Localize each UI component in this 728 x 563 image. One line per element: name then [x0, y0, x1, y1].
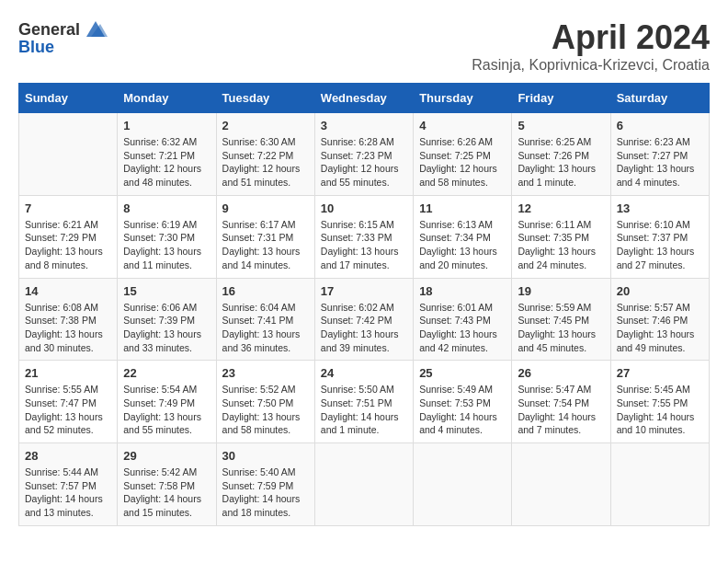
logo-general-text: General [18, 20, 80, 40]
day-info: Sunrise: 5:44 AM Sunset: 7:57 PM Dayligh… [25, 465, 111, 520]
day-number: 16 [222, 284, 309, 298]
day-info: Sunrise: 5:40 AM Sunset: 7:59 PM Dayligh… [222, 465, 309, 520]
calendar-cell: 19Sunrise: 5:59 AM Sunset: 7:45 PM Dayli… [512, 278, 610, 361]
day-info: Sunrise: 6:25 AM Sunset: 7:26 PM Dayligh… [518, 135, 604, 190]
day-info: Sunrise: 6:28 AM Sunset: 7:23 PM Dayligh… [321, 135, 407, 190]
calendar-title: April 2024 [472, 18, 710, 57]
calendar-cell: 29Sunrise: 5:42 AM Sunset: 7:58 PM Dayli… [118, 443, 216, 526]
day-number: 12 [518, 201, 604, 215]
day-number: 13 [617, 201, 703, 215]
calendar-week-row: 7Sunrise: 6:21 AM Sunset: 7:29 PM Daylig… [19, 195, 710, 278]
calendar-cell: 17Sunrise: 6:02 AM Sunset: 7:42 PM Dayli… [314, 278, 413, 361]
calendar-cell [610, 443, 709, 526]
calendar-week-row: 21Sunrise: 5:55 AM Sunset: 7:47 PM Dayli… [19, 361, 710, 443]
day-info: Sunrise: 5:47 AM Sunset: 7:54 PM Dayligh… [518, 383, 604, 437]
day-info: Sunrise: 5:54 AM Sunset: 7:49 PM Dayligh… [123, 383, 210, 437]
calendar-cell: 10Sunrise: 6:15 AM Sunset: 7:33 PM Dayli… [314, 195, 413, 278]
day-info: Sunrise: 5:59 AM Sunset: 7:45 PM Dayligh… [518, 301, 604, 355]
calendar-cell: 7Sunrise: 6:21 AM Sunset: 7:29 PM Daylig… [19, 195, 118, 278]
day-number: 18 [419, 284, 506, 298]
day-number: 11 [419, 201, 506, 215]
day-number: 2 [222, 119, 309, 132]
day-info: Sunrise: 6:02 AM Sunset: 7:42 PM Dayligh… [321, 301, 407, 355]
day-info: Sunrise: 6:01 AM Sunset: 7:43 PM Dayligh… [419, 301, 506, 355]
calendar-subtitle: Rasinja, Koprivnica-Krizevci, Croatia [472, 57, 710, 74]
day-info: Sunrise: 6:13 AM Sunset: 7:34 PM Dayligh… [419, 218, 506, 272]
day-number: 5 [518, 119, 604, 132]
day-number: 17 [321, 284, 407, 298]
day-info: Sunrise: 6:23 AM Sunset: 7:27 PM Dayligh… [617, 135, 703, 190]
day-number: 15 [123, 284, 210, 298]
calendar-cell: 23Sunrise: 5:52 AM Sunset: 7:50 PM Dayli… [216, 361, 314, 443]
calendar-cell: 5Sunrise: 6:25 AM Sunset: 7:26 PM Daylig… [512, 113, 610, 196]
calendar-cell: 30Sunrise: 5:40 AM Sunset: 7:59 PM Dayli… [216, 443, 314, 526]
day-number: 27 [617, 366, 703, 380]
calendar-cell: 27Sunrise: 5:45 AM Sunset: 7:55 PM Dayli… [610, 361, 709, 443]
day-info: Sunrise: 6:04 AM Sunset: 7:41 PM Dayligh… [222, 301, 309, 355]
day-number: 6 [617, 119, 703, 132]
day-info: Sunrise: 5:45 AM Sunset: 7:55 PM Dayligh… [617, 383, 703, 437]
calendar-week-row: 1Sunrise: 6:32 AM Sunset: 7:21 PM Daylig… [19, 113, 710, 196]
calendar-cell: 25Sunrise: 5:49 AM Sunset: 7:53 PM Dayli… [414, 361, 512, 443]
calendar-cell [19, 113, 118, 196]
calendar-cell: 15Sunrise: 6:06 AM Sunset: 7:39 PM Dayli… [118, 278, 216, 361]
day-number: 9 [222, 201, 309, 215]
day-number: 21 [25, 366, 111, 380]
calendar-table: SundayMondayTuesdayWednesdayThursdayFrid… [18, 83, 710, 526]
day-number: 8 [123, 201, 210, 215]
day-info: Sunrise: 5:57 AM Sunset: 7:46 PM Dayligh… [617, 301, 703, 355]
day-info: Sunrise: 5:49 AM Sunset: 7:53 PM Dayligh… [419, 383, 506, 437]
day-info: Sunrise: 5:52 AM Sunset: 7:50 PM Dayligh… [222, 383, 309, 437]
day-number: 4 [419, 119, 506, 132]
calendar-cell: 18Sunrise: 6:01 AM Sunset: 7:43 PM Dayli… [414, 278, 512, 361]
day-number: 29 [123, 449, 210, 463]
day-header-thursday: Thursday [414, 84, 512, 113]
day-number: 28 [25, 449, 111, 463]
day-number: 1 [123, 119, 210, 132]
day-number: 20 [617, 284, 703, 298]
day-info: Sunrise: 6:08 AM Sunset: 7:38 PM Dayligh… [25, 301, 111, 355]
day-header-tuesday: Tuesday [216, 84, 314, 113]
calendar-cell [512, 443, 610, 526]
calendar-cell: 20Sunrise: 5:57 AM Sunset: 7:46 PM Dayli… [610, 278, 709, 361]
logo: General Blue [18, 18, 109, 57]
day-info: Sunrise: 6:11 AM Sunset: 7:35 PM Dayligh… [518, 218, 604, 272]
calendar-cell [414, 443, 512, 526]
day-header-friday: Friday [512, 84, 610, 113]
day-number: 10 [321, 201, 407, 215]
calendar-cell: 11Sunrise: 6:13 AM Sunset: 7:34 PM Dayli… [414, 195, 512, 278]
day-info: Sunrise: 6:10 AM Sunset: 7:37 PM Dayligh… [617, 218, 703, 272]
calendar-cell: 16Sunrise: 6:04 AM Sunset: 7:41 PM Dayli… [216, 278, 314, 361]
day-number: 22 [123, 366, 210, 380]
calendar-cell: 8Sunrise: 6:19 AM Sunset: 7:30 PM Daylig… [118, 195, 216, 278]
calendar-cell: 13Sunrise: 6:10 AM Sunset: 7:37 PM Dayli… [610, 195, 709, 278]
calendar-cell: 26Sunrise: 5:47 AM Sunset: 7:54 PM Dayli… [512, 361, 610, 443]
day-info: Sunrise: 5:50 AM Sunset: 7:51 PM Dayligh… [321, 383, 407, 437]
logo-blue-text: Blue [18, 38, 54, 57]
day-number: 26 [518, 366, 604, 380]
calendar-cell: 22Sunrise: 5:54 AM Sunset: 7:49 PM Dayli… [118, 361, 216, 443]
day-number: 19 [518, 284, 604, 298]
day-info: Sunrise: 5:42 AM Sunset: 7:58 PM Dayligh… [123, 465, 210, 520]
calendar-cell: 14Sunrise: 6:08 AM Sunset: 7:38 PM Dayli… [19, 278, 118, 361]
day-number: 25 [419, 366, 506, 380]
calendar-header-row: SundayMondayTuesdayWednesdayThursdayFrid… [19, 84, 710, 113]
day-info: Sunrise: 6:26 AM Sunset: 7:25 PM Dayligh… [419, 135, 506, 190]
calendar-cell: 6Sunrise: 6:23 AM Sunset: 7:27 PM Daylig… [610, 113, 709, 196]
calendar-week-row: 28Sunrise: 5:44 AM Sunset: 7:57 PM Dayli… [19, 443, 710, 526]
day-info: Sunrise: 6:19 AM Sunset: 7:30 PM Dayligh… [123, 218, 210, 272]
day-header-sunday: Sunday [19, 84, 118, 113]
calendar-week-row: 14Sunrise: 6:08 AM Sunset: 7:38 PM Dayli… [19, 278, 710, 361]
calendar-cell: 12Sunrise: 6:11 AM Sunset: 7:35 PM Dayli… [512, 195, 610, 278]
header: General Blue April 2024 Rasinja, Koprivn… [18, 18, 710, 74]
title-section: April 2024 Rasinja, Koprivnica-Krizevci,… [472, 18, 710, 74]
day-info: Sunrise: 6:15 AM Sunset: 7:33 PM Dayligh… [321, 218, 407, 272]
calendar-cell: 3Sunrise: 6:28 AM Sunset: 7:23 PM Daylig… [314, 113, 413, 196]
calendar-cell: 4Sunrise: 6:26 AM Sunset: 7:25 PM Daylig… [414, 113, 512, 196]
calendar-cell: 21Sunrise: 5:55 AM Sunset: 7:47 PM Dayli… [19, 361, 118, 443]
day-number: 23 [222, 366, 309, 380]
day-number: 7 [25, 201, 111, 215]
day-info: Sunrise: 6:17 AM Sunset: 7:31 PM Dayligh… [222, 218, 309, 272]
day-info: Sunrise: 6:06 AM Sunset: 7:39 PM Dayligh… [123, 301, 210, 355]
calendar-cell: 1Sunrise: 6:32 AM Sunset: 7:21 PM Daylig… [118, 113, 216, 196]
